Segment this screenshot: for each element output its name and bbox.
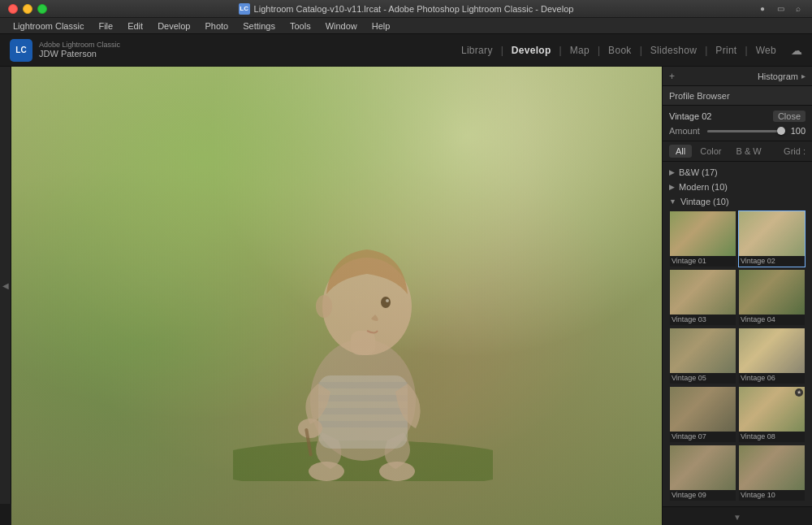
menu-lightroom-classic[interactable]: Lightroom Classic (6, 20, 90, 33)
thumb-vintage09[interactable]: Vintage 09 (669, 445, 736, 501)
thumb-vintage03-image (670, 270, 736, 315)
right-panel: + Histogram ▸ Profile Browser Vintage 02… (662, 67, 812, 525)
module-nav: Library | Develop | Map | Book | Slidesh… (453, 41, 802, 59)
menu-help[interactable]: Help (365, 20, 397, 33)
svg-point-2 (309, 462, 344, 481)
group-vintage-arrow: ▼ (669, 197, 676, 206)
user-name: JDW Paterson (39, 49, 120, 59)
thumb-vintage08[interactable]: ★ Vintage 08 (738, 386, 806, 443)
maximize-button[interactable] (37, 4, 47, 14)
search-icon: ⌕ (793, 3, 804, 15)
menu-develop[interactable]: Develop (151, 20, 197, 33)
group-bw[interactable]: ▶ B&W (17) (663, 165, 812, 180)
group-vintage-label: Vintage (10) (680, 197, 729, 206)
menu-bar: Lightroom Classic File Edit Develop Phot… (0, 18, 812, 34)
histogram-label: Histogram (758, 72, 798, 81)
slider-track (707, 130, 781, 132)
thumb-vintage03[interactable]: Vintage 03 (669, 269, 736, 326)
content-main: + Histogram ▸ Profile Browser Vintage 02… (11, 67, 812, 525)
thumb-vintage09-label: Vintage 09 (670, 490, 736, 501)
profile-groups: ▶ B&W (17) ▶ Modern (10) ▼ Vintage (10) (663, 162, 812, 506)
logo-badge: LC (10, 39, 32, 62)
title-bar: LC Lightroom Catalog-v10-v11.lrcat - Ado… (0, 0, 812, 18)
thumb-vintage06-image (739, 328, 805, 373)
module-print[interactable]: Print (707, 41, 745, 59)
right-panel-bottom-toggle[interactable]: ▼ (663, 506, 812, 525)
thumb-vintage02-image (739, 211, 805, 256)
cloud-icon[interactable]: ☁ (791, 44, 802, 57)
close-button[interactable] (8, 4, 18, 14)
thumb-vintage05[interactable]: Vintage 05 (669, 328, 736, 384)
profile-name-row: Vintage 02 Close (669, 111, 806, 122)
menu-photo[interactable]: Photo (198, 20, 235, 33)
thumbnail-grid: Vintage 01 Vintage 02 Vintage 03 (663, 209, 812, 503)
menu-window[interactable]: Window (319, 20, 364, 33)
module-web[interactable]: Web (748, 41, 784, 59)
group-bw-arrow: ▶ (669, 168, 675, 176)
profile-controls: Vintage 02 Close Amount 100 (663, 106, 812, 141)
thumb-vintage08-label: Vintage 08 (739, 432, 805, 442)
menu-tools[interactable]: Tools (283, 20, 317, 33)
thumb-vintage07[interactable]: Vintage 07 (669, 386, 736, 443)
profile-browser-header[interactable]: Profile Browser (663, 86, 812, 106)
group-modern-label: Modern (10) (679, 182, 728, 192)
filter-tabs: All Color B & W Grid : (663, 141, 812, 162)
filter-tab-bw[interactable]: B & W (730, 145, 768, 158)
module-book[interactable]: Book (600, 41, 640, 59)
amount-label: Amount (669, 126, 703, 136)
svg-rect-8 (318, 421, 408, 427)
minimize-button[interactable] (23, 4, 32, 14)
system-icons: ● ▭ ⌕ (757, 3, 804, 15)
slider-fill (707, 130, 781, 132)
thumb-vintage10[interactable]: Vintage 10 (738, 445, 806, 501)
group-bw-label: B&W (17) (679, 167, 718, 177)
content-wrapper: + Histogram ▸ Profile Browser Vintage 02… (11, 67, 812, 504)
group-vintage[interactable]: ▼ Vintage (10) (663, 194, 812, 209)
amount-row: Amount 100 (669, 126, 806, 136)
module-develop[interactable]: Develop (503, 41, 559, 59)
grid-view-button[interactable]: Grid : (784, 146, 806, 156)
window-title: LC Lightroom Catalog-v10-v11.lrcat - Ado… (239, 3, 574, 15)
thumb-vintage05-image (670, 328, 736, 373)
thumb-vintage10-image (739, 445, 805, 490)
wifi-icon: ● (757, 3, 768, 15)
left-panel-toggle[interactable]: ◀ (0, 67, 11, 504)
svg-point-14 (386, 299, 389, 302)
app-logo: LC Adobe Lightroom Classic JDW Paterson (10, 39, 120, 62)
right-scroll-down-icon: ▼ (733, 513, 741, 522)
thumb-vintage01[interactable]: Vintage 01 (669, 210, 736, 267)
filter-tab-all[interactable]: All (669, 145, 692, 158)
svg-rect-5 (318, 382, 408, 388)
histogram-arrow: ▸ (801, 72, 806, 80)
thumb-vintage09-image (670, 445, 736, 490)
profile-name: Vintage 02 (669, 111, 711, 121)
thumb-vintage07-label: Vintage 07 (670, 432, 736, 442)
module-slideshow[interactable]: Slideshow (642, 41, 705, 59)
thumb-vintage04[interactable]: Vintage 04 (738, 269, 806, 326)
svg-point-9 (298, 419, 322, 438)
module-map[interactable]: Map (562, 41, 598, 59)
left-arrow-icon: ◀ (2, 281, 9, 290)
thumb-vintage05-label: Vintage 05 (670, 373, 736, 384)
thumb-vintage02[interactable]: Vintage 02 (738, 210, 806, 267)
histogram-header[interactable]: + Histogram ▸ (663, 67, 812, 86)
thumb-vintage06-label: Vintage 06 (739, 373, 805, 384)
app-name: Adobe Lightroom Classic (39, 41, 120, 50)
menu-settings[interactable]: Settings (236, 20, 282, 33)
thumb-vintage06[interactable]: Vintage 06 (738, 328, 806, 384)
main-layout: ◀ (0, 67, 812, 504)
app-icon: LC (239, 3, 250, 15)
close-profile-button[interactable]: Close (773, 111, 806, 122)
module-library[interactable]: Library (453, 41, 501, 59)
menu-edit[interactable]: Edit (121, 20, 149, 33)
traffic-lights[interactable] (8, 4, 47, 14)
filter-tab-color[interactable]: Color (693, 145, 728, 158)
group-modern[interactable]: ▶ Modern (10) (663, 180, 812, 194)
battery-icon: ▭ (775, 3, 786, 15)
amount-slider[interactable] (707, 126, 781, 136)
photo-area[interactable] (11, 67, 662, 525)
svg-point-3 (379, 462, 415, 481)
svg-point-13 (381, 297, 391, 308)
menu-file[interactable]: File (92, 20, 119, 33)
thumb-vintage04-image (739, 270, 805, 315)
